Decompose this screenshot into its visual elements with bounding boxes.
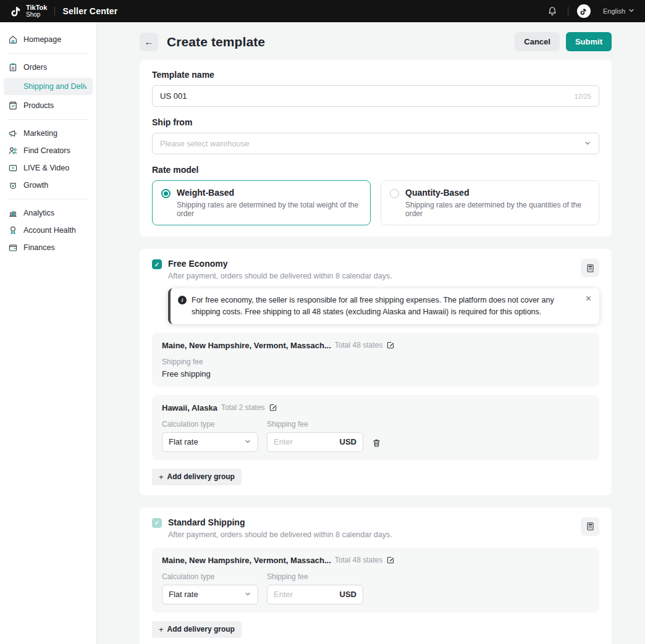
logo-text-tiktok: TikTok xyxy=(26,4,47,11)
topbar-divider xyxy=(568,7,568,15)
rate-model-label: Rate model xyxy=(152,165,599,175)
calculation-type-select[interactable]: Flat rate xyxy=(162,432,258,452)
language-selector[interactable]: English xyxy=(603,7,635,15)
delivery-group-hawaii-alaska: Hawaii, Alaska Total 2 states Calculatio… xyxy=(152,395,599,460)
free-economy-card: ✓ Free Economy After payment, orders sho… xyxy=(140,249,612,495)
sidebar-divider xyxy=(7,53,89,54)
medal-icon xyxy=(8,225,18,235)
sidebar: Homepage Orders Shipping and Delivery Se… xyxy=(0,22,97,644)
sidebar-divider xyxy=(7,119,89,120)
add-delivery-group-button[interactable]: + Add delivery group xyxy=(152,469,242,485)
calculation-type-value: Flat rate xyxy=(169,437,198,446)
bar-chart-icon xyxy=(8,208,18,218)
ship-from-label: Ship from xyxy=(152,117,599,127)
box-icon xyxy=(8,101,18,111)
chevron-down-icon xyxy=(244,437,251,448)
sidebar-divider xyxy=(7,199,89,199)
rate-calculator-button[interactable] xyxy=(581,259,599,277)
calculator-icon xyxy=(586,522,595,531)
group-regions: Maine, New Hampshire, Vermont, Massach..… xyxy=(162,556,331,565)
chevron-down-icon xyxy=(244,589,251,600)
currency-label: USD xyxy=(340,590,356,599)
app-title: Seller Center xyxy=(62,6,117,16)
sidebar-item-homepage[interactable]: Homepage xyxy=(0,31,96,48)
page-title: Create template xyxy=(167,35,265,49)
sidebar-item-orders[interactable]: Orders xyxy=(0,59,96,76)
standard-shipping-checkbox[interactable]: ✓ xyxy=(152,518,162,528)
free-economy-checkbox[interactable]: ✓ xyxy=(152,259,162,269)
shipping-fee-field[interactable]: USD xyxy=(267,585,363,604)
rate-option-title: Quantity-Based xyxy=(405,188,590,198)
submit-button[interactable]: Submit xyxy=(566,32,612,51)
page-header: ← Create template Cancel Submit xyxy=(140,32,612,51)
shipping-fee-field[interactable]: USD xyxy=(267,432,363,452)
add-delivery-group-button[interactable]: + Add delivery group xyxy=(152,621,242,638)
tiktok-note-icon xyxy=(10,5,22,17)
char-counter: 12/25 xyxy=(574,93,591,100)
radio-unselected-icon[interactable] xyxy=(390,189,399,198)
rate-option-description: Shipping rates are determined by the qua… xyxy=(405,201,590,218)
back-button[interactable]: ← xyxy=(140,33,158,51)
group-total-states: Total 2 states xyxy=(221,403,265,412)
topbar: TikTok Shop Seller Center English xyxy=(0,0,645,22)
ship-from-select[interactable]: Please select warehouse xyxy=(152,133,599,154)
clipboard-icon xyxy=(8,62,18,72)
sidebar-item-live-video[interactable]: LIVE & Video xyxy=(0,159,96,177)
template-name-label: Template name xyxy=(152,70,599,80)
rate-option-weight-based[interactable]: Weight-Based Shipping rates are determin… xyxy=(152,180,371,225)
sidebar-item-account-health[interactable]: Account Health xyxy=(0,222,96,239)
add-delivery-group-label: Add delivery group xyxy=(167,472,235,481)
delivery-group-48-states: Maine, New Hampshire, Vermont, Massach..… xyxy=(152,333,599,387)
radio-selected-icon[interactable] xyxy=(161,189,171,198)
template-settings-card: Template name 12/25 Ship from Please sel… xyxy=(140,60,612,236)
rate-option-description: Shipping rates are determined by the tot… xyxy=(177,201,361,218)
sidebar-item-shipping-and-delivery[interactable]: Shipping and Delivery Se xyxy=(4,78,93,95)
notice-close-icon[interactable]: ✕ xyxy=(585,295,592,303)
sidebar-item-growth[interactable]: Growth xyxy=(0,177,96,194)
tiktok-shop-logo[interactable]: TikTok Shop xyxy=(10,4,47,18)
currency-label: USD xyxy=(340,437,356,446)
megaphone-icon xyxy=(8,128,18,138)
edit-regions-icon[interactable] xyxy=(386,341,395,349)
info-icon: i xyxy=(178,296,187,304)
chevron-down-icon xyxy=(628,7,635,15)
calculation-type-label: Calculation type xyxy=(162,572,258,581)
notifications-bell-icon[interactable] xyxy=(546,4,559,18)
language-label: English xyxy=(603,7,625,15)
delete-group-icon[interactable] xyxy=(372,438,381,448)
calculation-type-select[interactable]: Flat rate xyxy=(162,585,258,604)
main-content: ← Create template Cancel Submit Template… xyxy=(97,0,645,644)
sidebar-item-finances[interactable]: Finances xyxy=(0,239,96,256)
section-title: Standard Shipping xyxy=(168,517,581,527)
rate-calculator-button[interactable] xyxy=(581,517,599,536)
section-subtitle: After payment, orders should be delivere… xyxy=(168,272,581,280)
rate-option-quantity-based[interactable]: Quantity-Based Shipping rates are determ… xyxy=(381,180,599,225)
shipping-fee-label: Shipping fee xyxy=(267,572,363,581)
plus-icon: + xyxy=(159,625,164,634)
account-avatar[interactable] xyxy=(577,4,591,18)
edit-regions-icon[interactable] xyxy=(269,403,277,412)
chevron-down-icon xyxy=(584,138,591,149)
sidebar-item-analytics[interactable]: Analytics xyxy=(0,204,96,222)
home-icon xyxy=(8,35,18,44)
group-total-states: Total 48 states xyxy=(335,341,382,349)
sidebar-item-find-creators[interactable]: Find Creators xyxy=(0,142,96,159)
shipping-fee-label: Shipping fee xyxy=(162,358,589,366)
template-name-field[interactable]: 12/25 xyxy=(152,85,599,107)
shipping-fee-input[interactable] xyxy=(274,590,329,599)
rate-option-title: Weight-Based xyxy=(177,188,361,198)
add-delivery-group-label: Add delivery group xyxy=(167,625,235,634)
sidebar-item-marketing[interactable]: Marketing xyxy=(0,125,96,142)
calculation-type-value: Flat rate xyxy=(169,590,198,599)
shipping-fee-input[interactable] xyxy=(274,437,329,446)
topbar-divider xyxy=(54,7,55,15)
cancel-button[interactable]: Cancel xyxy=(515,32,560,51)
video-icon xyxy=(8,163,18,173)
standard-shipping-card: ✓ Standard Shipping After payment, order… xyxy=(140,508,612,644)
sidebar-item-products[interactable]: Products xyxy=(0,97,96,114)
group-total-states: Total 48 states xyxy=(335,556,382,564)
shipping-fee-label: Shipping fee xyxy=(267,420,363,429)
template-name-input[interactable] xyxy=(160,91,569,101)
edit-regions-icon[interactable] xyxy=(386,556,395,564)
growth-icon xyxy=(8,180,18,190)
